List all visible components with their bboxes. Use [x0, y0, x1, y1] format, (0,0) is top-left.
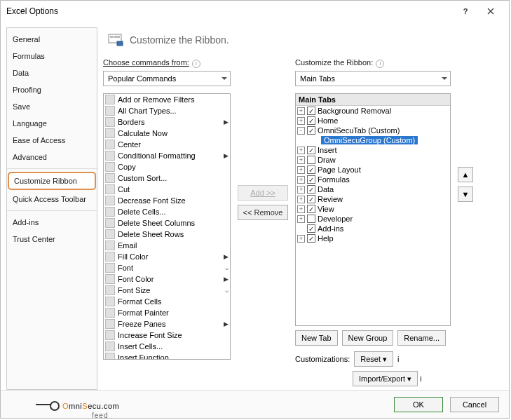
tree-item[interactable]: +View: [296, 204, 450, 214]
customize-ribbon-combo[interactable]: Main Tabs: [295, 71, 451, 86]
command-item[interactable]: Font Size⌵: [104, 285, 230, 296]
sidebar-item-data[interactable]: Data: [7, 65, 97, 81]
checkbox[interactable]: [307, 185, 315, 194]
choose-commands-combo[interactable]: Popular Commands: [103, 71, 231, 86]
new-tab-button[interactable]: New Tab: [295, 330, 338, 346]
sidebar-item-customize-ribbon[interactable]: Customize Ribbon: [8, 172, 96, 190]
tree-item[interactable]: +Page Layout: [296, 165, 450, 175]
sidebar-item-general[interactable]: General: [7, 31, 97, 48]
sidebar-item-quick-access-toolbar[interactable]: Quick Access Toolbar: [7, 191, 97, 208]
sidebar-item-formulas[interactable]: Formulas: [7, 48, 97, 65]
command-item[interactable]: Font Color▶: [104, 273, 230, 285]
info-icon[interactable]: i: [420, 374, 421, 383]
move-up-button[interactable]: ▲: [458, 167, 473, 182]
checkbox[interactable]: [307, 116, 315, 125]
expand-toggle[interactable]: -: [297, 127, 305, 135]
command-item[interactable]: Conditional Formatting▶: [104, 150, 230, 161]
expand-toggle[interactable]: +: [297, 117, 305, 125]
expand-toggle[interactable]: +: [297, 166, 305, 174]
commands-listbox[interactable]: Add or Remove FiltersAll Chart Types...B…: [103, 93, 231, 360]
tree-item[interactable]: +Developer: [296, 214, 450, 224]
command-item[interactable]: Copy: [104, 161, 230, 172]
tree-item[interactable]: Add-ins: [296, 224, 450, 233]
checkbox[interactable]: [307, 126, 315, 135]
command-item[interactable]: Delete Sheet Columns: [104, 217, 230, 229]
ok-button[interactable]: OK: [394, 397, 443, 412]
sidebar-item-addins[interactable]: Add-ins: [7, 214, 97, 231]
tree-item[interactable]: +Data: [296, 184, 450, 194]
expand-toggle[interactable]: +: [297, 176, 305, 184]
sidebar-item-save[interactable]: Save: [7, 98, 97, 115]
sidebar-item-trust-center[interactable]: Trust Center: [7, 231, 97, 248]
command-icon: [105, 207, 115, 217]
command-item[interactable]: Format Painter: [104, 307, 230, 318]
info-icon[interactable]: i: [192, 60, 200, 68]
move-down-button[interactable]: ▼: [458, 187, 473, 202]
expand-toggle[interactable]: +: [297, 205, 305, 213]
tree-item[interactable]: -OmniSecuTab (Custom): [296, 126, 450, 135]
expand-toggle[interactable]: +: [297, 196, 305, 203]
remove-button[interactable]: << Remove: [238, 205, 288, 220]
rename-button[interactable]: Rename...: [397, 330, 446, 346]
checkbox[interactable]: [307, 224, 315, 233]
command-item[interactable]: Add or Remove Filters: [104, 94, 230, 105]
expand-toggle[interactable]: +: [297, 186, 305, 194]
close-button[interactable]: [478, 3, 503, 20]
command-item[interactable]: Font⌵: [104, 262, 230, 273]
command-item[interactable]: Delete Cells...: [104, 206, 230, 217]
command-item[interactable]: Delete Sheet Rows: [104, 229, 230, 240]
command-item[interactable]: Fill Color▶: [104, 251, 230, 262]
tree-item[interactable]: +Formulas: [296, 175, 450, 184]
expand-toggle[interactable]: +: [297, 107, 305, 115]
command-item[interactable]: Cut: [104, 184, 230, 195]
checkbox[interactable]: [307, 205, 315, 213]
expand-toggle[interactable]: +: [297, 215, 305, 223]
command-item[interactable]: Format Cells: [104, 296, 230, 307]
command-item[interactable]: Decrease Font Size: [104, 195, 230, 206]
sidebar-item-advanced[interactable]: Advanced: [7, 149, 97, 165]
command-item[interactable]: Calculate Now: [104, 128, 230, 139]
reset-button[interactable]: Reset ▾: [354, 351, 393, 367]
command-item[interactable]: Borders▶: [104, 116, 230, 128]
checkbox[interactable]: [307, 146, 315, 154]
checkbox[interactable]: [307, 234, 315, 243]
command-item[interactable]: All Chart Types...: [104, 105, 230, 116]
ribbon-tree[interactable]: Main Tabs +Background Removal+Home-OmniS…: [295, 93, 451, 326]
info-icon[interactable]: i: [397, 355, 399, 363]
checkbox[interactable]: [307, 215, 315, 223]
cancel-button[interactable]: Cancel: [450, 397, 499, 412]
tree-item[interactable]: +Insert: [296, 145, 450, 155]
command-item[interactable]: Freeze Panes▶: [104, 318, 230, 330]
expand-toggle[interactable]: +: [297, 235, 305, 243]
info-icon[interactable]: i: [376, 60, 384, 68]
expand-toggle[interactable]: +: [297, 147, 305, 154]
tree-item[interactable]: +Draw: [296, 155, 450, 165]
help-button[interactable]: ?: [453, 3, 478, 20]
tree-item[interactable]: +Review: [296, 194, 450, 204]
command-item[interactable]: Custom Sort...: [104, 172, 230, 184]
tree-item[interactable]: +Home: [296, 116, 450, 126]
checkbox[interactable]: [307, 107, 315, 115]
command-item[interactable]: Center: [104, 139, 230, 150]
command-item[interactable]: Increase Font Size: [104, 330, 230, 341]
new-group-button[interactable]: New Group: [342, 330, 394, 346]
sidebar-item-proofing[interactable]: Proofing: [7, 81, 97, 98]
command-label: Delete Cells...: [118, 208, 229, 216]
sidebar-item-ease-of-access[interactable]: Ease of Access: [7, 132, 97, 149]
import-export-button[interactable]: Import/Export ▾: [353, 371, 418, 386]
add-button[interactable]: Add >>: [238, 185, 288, 201]
command-item[interactable]: Insert Function...: [104, 352, 230, 360]
choose-commands-label: Choose commands from:i: [103, 58, 231, 68]
checkbox[interactable]: [307, 195, 315, 203]
tree-item-label: Data: [318, 185, 334, 194]
sidebar-item-language[interactable]: Language: [7, 115, 97, 132]
checkbox[interactable]: [307, 165, 315, 174]
expand-toggle[interactable]: +: [297, 156, 305, 164]
command-item[interactable]: Insert Cells...: [104, 341, 230, 352]
command-item[interactable]: Email: [104, 240, 230, 251]
tree-item[interactable]: +Help: [296, 233, 450, 243]
tree-item[interactable]: +Background Removal: [296, 106, 450, 116]
tree-item[interactable]: OmniSecuGroup (Custom): [296, 135, 450, 145]
checkbox[interactable]: [307, 156, 315, 164]
checkbox[interactable]: [307, 175, 315, 184]
